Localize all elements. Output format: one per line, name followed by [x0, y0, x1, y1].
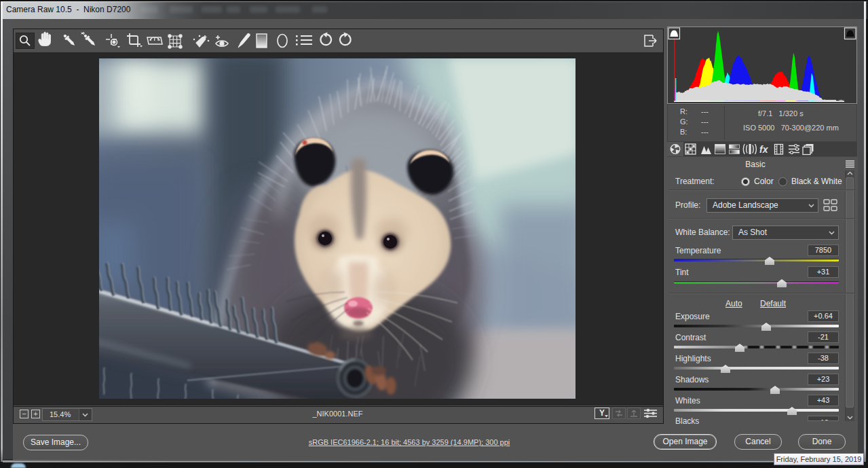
- svg-text:fx: fx: [759, 144, 769, 155]
